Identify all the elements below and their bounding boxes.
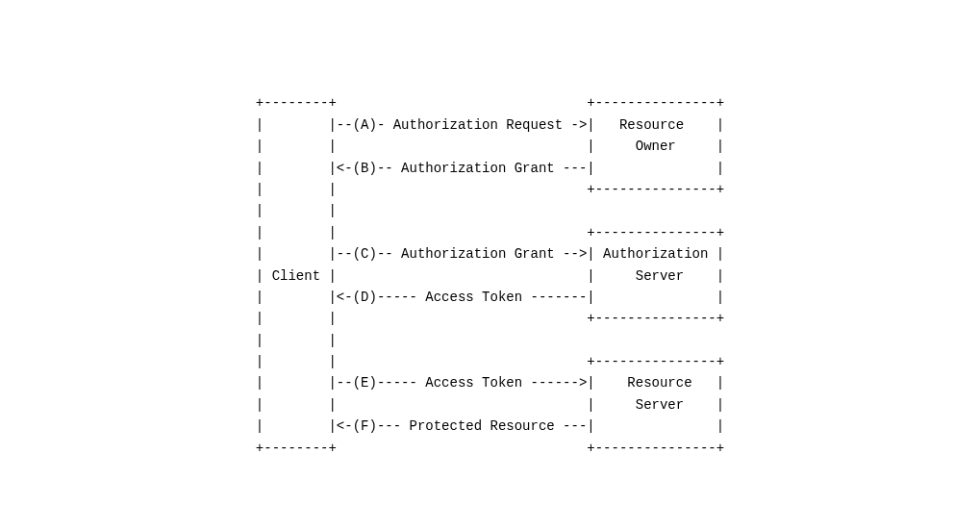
diagram-line-09: | Client | | Server |	[256, 268, 724, 284]
oauth-flow-diagram: +--------+ +---------------+ | |--(A)- A…	[256, 71, 724, 459]
diagram-line-15: | | | Server |	[256, 397, 724, 413]
diagram-line-08: | |--(C)-- Authorization Grant -->| Auth…	[256, 246, 724, 262]
diagram-line-12: | |	[256, 333, 337, 348]
diagram-line-06: | |	[256, 203, 337, 218]
diagram-line-02: | |--(A)- Authorization Request ->| Reso…	[256, 117, 724, 133]
diagram-line-07: | | +---------------+	[256, 225, 724, 240]
diagram-line-14: | |--(E)----- Access Token ------>| Reso…	[256, 375, 724, 391]
diagram-line-13: | | +---------------+	[256, 354, 724, 369]
diagram-line-16: | |<-(F)--- Protected Resource ---| |	[256, 418, 724, 434]
diagram-line-10: | |<-(D)----- Access Token -------| |	[256, 290, 724, 305]
diagram-line-04: | |<-(B)-- Authorization Grant ---| |	[256, 161, 724, 176]
diagram-line-03: | | | Owner |	[256, 139, 724, 154]
diagram-line-17: +--------+ +---------------+	[256, 441, 724, 456]
diagram-line-11: | | +---------------+	[256, 311, 724, 326]
diagram-line-05: | | +---------------+	[256, 182, 724, 197]
diagram-line-01: +--------+ +---------------+	[256, 95, 724, 111]
